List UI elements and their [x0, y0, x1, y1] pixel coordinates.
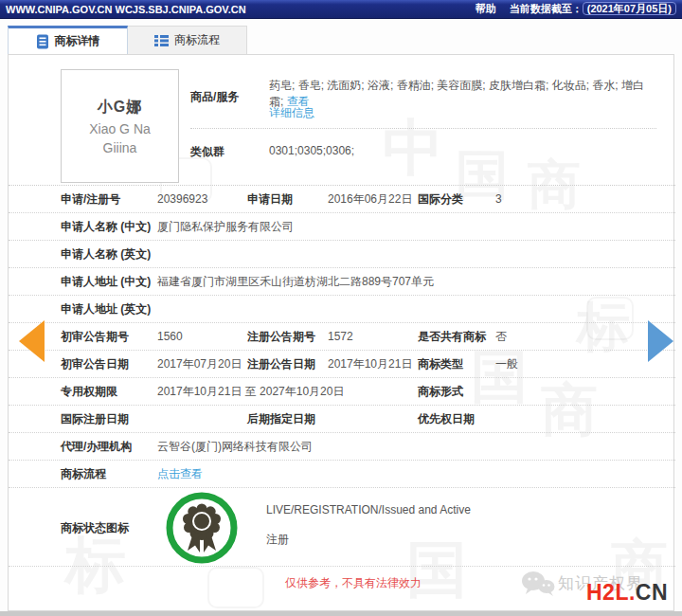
- field-value: 1560: [157, 330, 247, 343]
- field-label: 国际注册日期: [61, 411, 157, 427]
- field-label: 注册公告日期: [247, 356, 328, 372]
- field-value: 2017年10月21日: [328, 356, 418, 372]
- cutoff-date: (2021年07月05日): [583, 2, 676, 15]
- field-value: 2016年06月22日: [328, 191, 418, 208]
- disclaimer-text: 仅供参考，不具有法律效力: [285, 575, 422, 591]
- chat-bubbles-icon: [520, 570, 556, 598]
- field-value: 2017年07月20日: [157, 356, 247, 372]
- data-cutoff: 当前数据截至：(2021年07月05日): [510, 2, 676, 16]
- bottom-edge: [0, 611, 682, 616]
- topbar-urls: WWW.CNIPA.GOV.CN WCJS.SBJ.CNIPA.GOV.CN: [6, 4, 246, 15]
- field-label: 申请人名称 (英文): [61, 246, 157, 263]
- field-label: 商标形式: [418, 384, 495, 400]
- field-label: 申请人地址 (中文): [61, 274, 157, 290]
- tab-label: 商标详情: [55, 33, 100, 49]
- field-label: 申请人地址 (英文): [61, 301, 157, 317]
- field-value: 厦门隐私保护服务有限公司: [157, 219, 675, 235]
- click-to-view-link[interactable]: 点击查看: [157, 466, 675, 482]
- field-label: 国际分类: [418, 191, 495, 208]
- field-label: 优先权日期: [418, 411, 495, 427]
- previous-arrow-button[interactable]: [19, 320, 45, 362]
- similar-group-label: 类似群: [190, 144, 224, 160]
- table-row: 申请人地址 (中文) 福建省厦门市湖里区禾山街道枋湖北二路889号707单元: [9, 268, 675, 296]
- footer-brand: 知识产权界 H2L.CN: [520, 567, 675, 609]
- field-value: 1572: [328, 330, 418, 343]
- status-section: 商标状态图标 LIVE/REGISTRATION/Issued and Acti…: [9, 488, 675, 567]
- help-link[interactable]: 帮助: [476, 2, 496, 16]
- page: WWW.CNIPA.GOV.CN WCJS.SBJ.CNIPA.GOV.CN 帮…: [0, 0, 682, 616]
- list-icon: [154, 34, 169, 47]
- field-label: 注册公告期号: [247, 329, 328, 345]
- trademark-name-cn: 小G娜: [98, 98, 142, 118]
- field-label: 申请日期: [247, 191, 328, 208]
- field-label: 申请人名称 (中文): [61, 219, 157, 235]
- table-row: 国际注册日期 后期指定日期 优先权日期: [9, 406, 675, 433]
- next-arrow-button[interactable]: [648, 320, 673, 362]
- similar-group-value: 0301;0305;0306;: [269, 144, 354, 157]
- field-label: 后期指定日期: [247, 411, 328, 427]
- goods-services-label: 商品/服务: [190, 89, 239, 105]
- table-row: 初审公告日期 2017年07月20日 注册公告日期 2017年10月21日 商标…: [9, 351, 675, 378]
- field-label: 申请/注册号: [61, 191, 157, 208]
- detail-info-link[interactable]: 详细信息: [269, 105, 314, 121]
- status-icon-label: 商标状态图标: [61, 520, 129, 536]
- table-row: 商标流程 点击查看: [9, 461, 675, 488]
- table-row: 代理/办理机构 云智谷(厦门)网络科技有限公司: [9, 433, 675, 461]
- table-row: 专用权期限 2017年10月21日 至 2027年10月20日 商标形式: [9, 378, 675, 406]
- table-row: 初审公告期号 1560 注册公告期号 1572 是否共有商标 否: [9, 323, 675, 351]
- trademark-summary-section: 小G娜 Xiao G Na Giiina 商品/服务 药皂; 香皂; 洗面奶; …: [9, 55, 675, 186]
- trademark-detail-panel: 中 国 商 标 国 商 标 国 商 小G娜 Xiao G Na Giiina 商…: [8, 54, 674, 611]
- tab-bar: 商标详情 商标流程: [8, 26, 247, 54]
- table-row: 申请人地址 (英文): [9, 296, 675, 323]
- field-value: 2017年10月21日 至 2027年10月20日: [157, 384, 418, 400]
- field-label: 代理/办理机构: [61, 439, 157, 455]
- trademark-image: 小G娜 Xiao G Na Giiina: [61, 69, 179, 183]
- field-value: 云智谷(厦门)网络科技有限公司: [157, 439, 675, 455]
- goods-services-value: 药皂; 香皂; 洗面奶; 浴液; 香精油; 美容面膜; 皮肤增白霜; 化妆品; …: [269, 78, 648, 110]
- field-label: 商标流程: [61, 466, 157, 482]
- field-value: 3: [495, 192, 675, 206]
- field-label: 是否共有商标: [418, 329, 495, 345]
- tab-label: 商标流程: [174, 32, 220, 48]
- table-row: 申请人名称 (英文): [9, 241, 675, 268]
- table-row: 申请/注册号 20396923 申请日期 2016年06月22日 国际分类 3: [9, 186, 675, 213]
- registered-seal-icon: [165, 491, 239, 565]
- detail-rows: 申请/注册号 20396923 申请日期 2016年06月22日 国际分类 3 …: [9, 186, 675, 488]
- field-label: 专用权期限: [61, 384, 157, 400]
- field-value: 20396923: [157, 192, 247, 206]
- trademark-name-pinyin: Xiao G Na: [89, 121, 151, 136]
- field-label: 初审公告日期: [61, 356, 157, 372]
- tab-trademark-details[interactable]: 商标详情: [8, 26, 128, 54]
- tab-trademark-process[interactable]: 商标流程: [128, 26, 247, 54]
- status-text-en: LIVE/REGISTRATION/Issued and Active: [266, 503, 471, 516]
- trademark-name-en: Giiina: [103, 140, 137, 155]
- field-label: 商标类型: [418, 356, 495, 372]
- field-value: 福建省厦门市湖里区禾山街道枋湖北二路889号707单元: [157, 274, 675, 290]
- table-row: 申请人名称 (中文) 厦门隐私保护服务有限公司: [9, 213, 675, 241]
- document-icon: [36, 34, 49, 49]
- field-label: 初审公告期号: [61, 329, 157, 345]
- background-watermark: [207, 567, 264, 608]
- divider: [190, 128, 656, 129]
- topbar: WWW.CNIPA.GOV.CN WCJS.SBJ.CNIPA.GOV.CN 帮…: [0, 0, 682, 19]
- h2l-logo: H2L.CN: [586, 580, 668, 606]
- status-text-cn: 注册: [266, 532, 289, 548]
